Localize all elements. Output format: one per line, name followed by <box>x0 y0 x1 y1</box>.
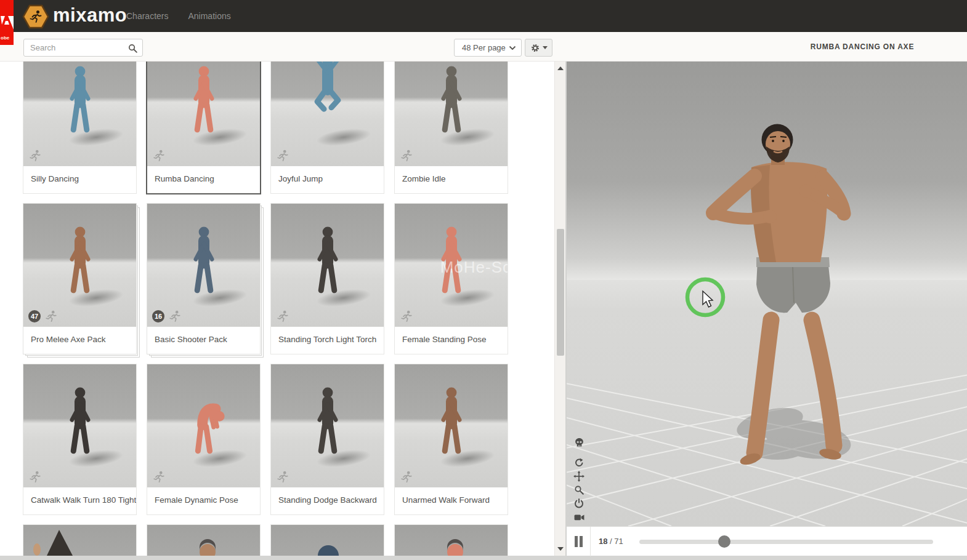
animation-card-catwalk-walk-turn-180-tight[interactable]: Catwalk Walk Turn 180 Tight <box>23 364 136 514</box>
timeline-slider-thumb[interactable] <box>718 535 730 548</box>
thumbnail-meta <box>152 149 166 162</box>
pause-icon[interactable] <box>567 527 590 556</box>
animation-thumbnail <box>23 62 136 166</box>
animation-card-label: Silly Dancing <box>23 166 136 193</box>
animation-card-label: Zombie Idle <box>395 166 508 193</box>
thumbnail-meta <box>276 310 289 323</box>
runner-icon <box>28 470 42 484</box>
animation-card-partial[interactable] <box>23 525 136 556</box>
camera-icon[interactable] <box>572 510 586 524</box>
thumbnail-watermark: MoHe-Sc <box>440 258 508 277</box>
thumbnail-figure <box>305 225 350 298</box>
thumbnail-meta <box>276 470 289 484</box>
animation-card-joyful-jump[interactable]: Joyful Jump <box>271 62 384 193</box>
animation-card-partial[interactable] <box>395 525 508 556</box>
search-input[interactable] <box>24 39 142 56</box>
partial-figure <box>271 525 384 556</box>
thumbnail-meta <box>400 470 413 484</box>
thumbnail-meta <box>28 149 42 162</box>
nav-characters[interactable]: Characters <box>126 11 168 21</box>
runner-icon <box>276 470 289 484</box>
thumbnail-figure <box>305 385 350 459</box>
animation-card-standing-dodge-backward[interactable]: Standing Dodge Backward <box>271 364 384 514</box>
settings-caret-icon <box>543 46 548 49</box>
animation-card-basic-shooter-pack[interactable]: 16 Basic Shooter Pack <box>147 204 260 354</box>
adobe-logo[interactable]: obe <box>0 0 14 45</box>
brand-wordmark[interactable]: mixamo <box>53 0 127 32</box>
animation-thumbnail: 16 <box>147 204 260 327</box>
animation-card-label: Standing Torch Light Torch <box>271 327 384 354</box>
main-nav: Characters Animations <box>126 0 231 32</box>
thumbnail-figure-shadow <box>315 126 373 150</box>
header-band: 48 Per page RUMBA DANCING ON AXE <box>0 32 967 62</box>
animation-thumbnail <box>271 525 384 556</box>
animation-card-label: Female Standing Pose <box>395 327 508 354</box>
runner-icon <box>152 149 166 162</box>
runner-icon <box>168 310 182 323</box>
thumbnail-figure <box>182 385 226 459</box>
animation-thumbnail <box>23 525 136 556</box>
scroll-down-arrow-icon[interactable] <box>557 547 564 551</box>
search-icon[interactable] <box>127 43 138 54</box>
animation-card-label: Joyful Jump <box>271 166 384 193</box>
partial-figure <box>23 525 136 556</box>
animation-thumbnail <box>23 364 136 487</box>
animation-card-label: Catwalk Walk Turn 180 Tight <box>23 487 136 514</box>
animation-thumbnail <box>271 62 384 166</box>
thumbnail-figure <box>182 225 226 298</box>
bottom-strip <box>0 556 967 560</box>
animation-card-rumba-dancing[interactable]: Rumba Dancing <box>147 62 260 193</box>
nav-animations[interactable]: Animations <box>188 11 230 21</box>
settings-button[interactable] <box>525 39 552 57</box>
animation-card-label: Pro Melee Axe Pack <box>23 327 136 354</box>
pack-count-badge: 16 <box>152 310 164 322</box>
animation-card-label: Female Dynamic Pose <box>147 487 260 514</box>
animation-thumbnail <box>395 62 508 166</box>
thumbnail-meta: 16 <box>152 310 182 323</box>
runner-icon <box>400 149 413 162</box>
viewer-toolbar <box>572 436 586 524</box>
thumbnail-figure <box>429 385 474 459</box>
per-page-select[interactable]: 48 Per page <box>454 39 522 57</box>
3d-scene <box>567 62 967 526</box>
skull-icon[interactable] <box>572 436 586 449</box>
animation-card-unarmed-walk-forward[interactable]: Unarmed Walk Forward <box>395 364 508 514</box>
current-frame: 18 <box>599 537 607 546</box>
animation-list-panel: Silly Dancing Rumba Dancing <box>0 62 554 556</box>
adobe-a-icon <box>0 0 14 34</box>
runner-icon <box>400 310 413 323</box>
pack-count-badge: 47 <box>28 310 41 322</box>
animation-card-partial[interactable] <box>147 525 260 556</box>
runner-icon <box>152 470 166 484</box>
thumbnail-meta <box>400 310 413 323</box>
animation-card-female-dynamic-pose[interactable]: Female Dynamic Pose <box>147 364 260 514</box>
3d-viewport[interactable] <box>567 62 967 526</box>
chevron-down-icon <box>509 46 516 50</box>
playbar-separator <box>590 527 591 556</box>
thumbnail-meta: 47 <box>28 310 58 323</box>
animation-card-zombie-idle[interactable]: Zombie Idle <box>395 62 508 193</box>
animation-thumbnail <box>271 204 384 327</box>
gear-icon <box>530 43 540 53</box>
runner-icon <box>28 149 42 162</box>
animation-card-partial[interactable] <box>271 525 384 556</box>
power-icon[interactable] <box>572 497 586 510</box>
runner-icon <box>276 310 289 323</box>
animation-card-silly-dancing[interactable]: Silly Dancing <box>23 62 136 193</box>
pan-icon[interactable] <box>572 470 586 483</box>
scroll-up-arrow-icon[interactable] <box>557 66 564 70</box>
animation-card-pro-melee-axe-pack[interactable]: 47 Pro Melee Axe Pack <box>23 204 136 354</box>
grid-scrollbar[interactable] <box>554 62 565 556</box>
thumbnail-figure <box>58 225 102 298</box>
timeline-slider[interactable] <box>639 540 933 544</box>
animation-card-female-standing-pose[interactable]: MoHe-Sc Female Standing Pose <box>395 204 508 354</box>
thumbnail-figure <box>182 64 226 138</box>
animation-card-standing-torch-light-torch[interactable]: Standing Torch Light Torch <box>271 204 384 354</box>
zoom-icon[interactable] <box>572 483 586 497</box>
thumbnail-meta <box>276 149 289 162</box>
rotate-icon[interactable] <box>572 456 586 470</box>
scrollbar-thumb[interactable] <box>557 229 564 356</box>
animation-thumbnail <box>147 62 260 166</box>
runner-icon <box>400 470 413 484</box>
mixamo-logo-icon[interactable] <box>22 3 49 30</box>
